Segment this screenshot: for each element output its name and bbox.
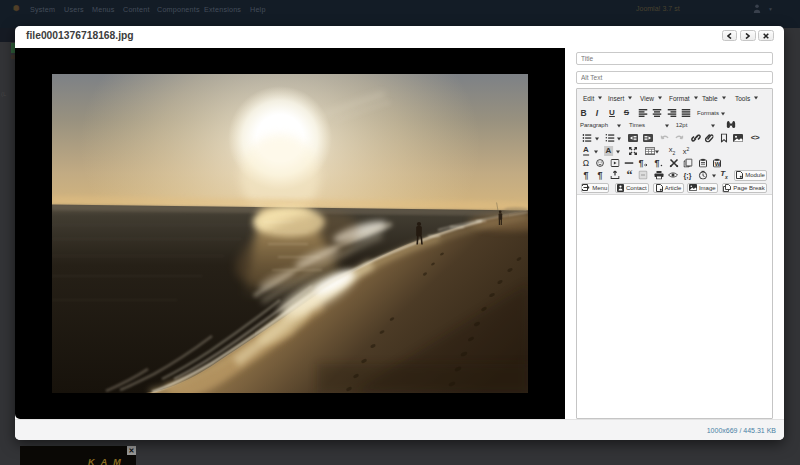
svg-text:¶: ¶ — [639, 158, 644, 167]
svg-text:¶: ¶ — [654, 158, 659, 167]
svg-text:W: W — [714, 161, 720, 167]
